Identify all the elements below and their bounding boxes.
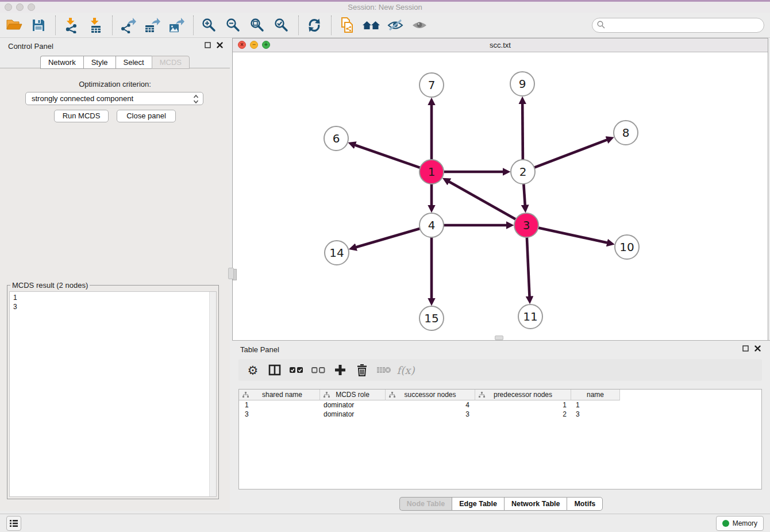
select-all-icon[interactable] <box>289 363 304 377</box>
svg-text:8: 8 <box>622 126 630 140</box>
column-header-successor-nodes[interactable]: successor nodes <box>386 390 475 400</box>
node-8[interactable]: 8 <box>614 121 638 145</box>
node-15[interactable]: 15 <box>419 306 444 330</box>
edge-3-10[interactable] <box>537 228 607 243</box>
cell-predecessor-nodes[interactable]: 2 <box>475 410 571 419</box>
node-1[interactable]: 1 <box>419 160 444 184</box>
memory-button[interactable]: Memory <box>716 516 764 531</box>
tab-edge-table[interactable]: Edge Table <box>452 497 504 511</box>
zoom-in-icon[interactable] <box>199 16 219 35</box>
edge-4-14[interactable] <box>356 228 421 247</box>
float-panel-icon[interactable] <box>205 42 211 48</box>
network-window-title: scc.txt <box>233 41 768 49</box>
tab-motifs[interactable]: Motifs <box>567 497 603 511</box>
column-header-mcds-role[interactable]: MCDS role <box>320 390 386 400</box>
open-session-icon[interactable] <box>5 16 24 35</box>
export-network-icon[interactable] <box>118 16 138 35</box>
refresh-layout-icon[interactable] <box>305 16 324 35</box>
table-row[interactable]: 1 dominator 4 1 1 <box>239 400 761 410</box>
node-3[interactable]: 3 <box>514 213 538 237</box>
node-9[interactable]: 9 <box>510 72 534 96</box>
edge-1-6[interactable] <box>355 145 421 168</box>
network-window-titlebar[interactable]: × – + scc.txt <box>233 38 768 52</box>
zoom-fit-icon[interactable] <box>248 16 267 35</box>
tab-network[interactable]: Network <box>40 56 83 69</box>
table-toolbar: ⚙ f(x) <box>238 359 762 381</box>
edge-2-9[interactable] <box>522 104 523 161</box>
tab-node-table[interactable]: Node Table <box>399 497 452 511</box>
edge-2-8[interactable] <box>533 140 607 168</box>
search-input[interactable] <box>592 18 764 33</box>
mcds-panel: Optimization criterion: strongly connect… <box>0 68 230 511</box>
cell-name[interactable]: 3 <box>571 410 620 419</box>
copy-annotation-icon[interactable] <box>337 16 357 35</box>
table-row[interactable]: 3 dominator 3 2 3 <box>239 410 761 419</box>
tab-network-table[interactable]: Network Table <box>504 497 567 511</box>
node-14[interactable]: 14 <box>325 241 349 265</box>
gear-icon[interactable]: ⚙ <box>245 363 260 377</box>
edge-3-11[interactable] <box>527 236 530 296</box>
tab-mcds[interactable]: MCDS <box>152 56 190 69</box>
show-details-eye-icon[interactable] <box>410 16 429 35</box>
cell-shared-name[interactable]: 3 <box>239 410 320 419</box>
horizontal-splitter-grip[interactable] <box>495 336 503 340</box>
node-7[interactable]: 7 <box>419 73 444 97</box>
column-header-predecessor-nodes[interactable]: predecessor nodes <box>475 390 571 400</box>
cell-mcds-role[interactable]: dominator <box>320 400 386 410</box>
vertical-splitter-grip[interactable] <box>228 268 234 279</box>
cell-name[interactable]: 1 <box>571 400 620 410</box>
optimization-criterion-select[interactable]: strongly connected component <box>25 92 203 105</box>
import-table-icon[interactable] <box>86 16 105 35</box>
cell-mcds-role[interactable]: dominator <box>320 410 386 419</box>
mcds-result-line: 3 <box>10 302 216 311</box>
edge-2-3[interactable] <box>523 183 525 205</box>
close-panel-button[interactable]: Close panel <box>117 110 176 122</box>
mcds-result-legend: MCDS result (2 nodes) <box>10 281 90 290</box>
node-11[interactable]: 11 <box>518 304 542 329</box>
column-header-shared-name[interactable]: shared name <box>239 390 320 400</box>
task-history-button[interactable] <box>6 516 21 531</box>
add-column-icon[interactable] <box>333 363 348 377</box>
node-6[interactable]: 6 <box>324 126 348 151</box>
network-graph: 7968124314101511 <box>233 52 767 340</box>
column-header-name[interactable]: name <box>571 390 620 400</box>
close-table-panel-icon[interactable] <box>754 345 761 352</box>
delete-table-icon[interactable] <box>376 363 391 377</box>
memory-label: Memory <box>733 519 757 527</box>
node-4[interactable]: 4 <box>419 213 444 237</box>
node-10[interactable]: 10 <box>615 235 639 259</box>
cell-successor-nodes[interactable]: 4 <box>386 400 475 410</box>
zoom-out-icon[interactable] <box>224 16 243 35</box>
result-scrollbar[interactable] <box>209 292 216 496</box>
zoom-selected-icon[interactable] <box>272 16 291 35</box>
cell-successor-nodes[interactable]: 3 <box>386 410 475 419</box>
node-2[interactable]: 2 <box>511 160 535 184</box>
import-network-icon[interactable] <box>61 16 81 35</box>
function-builder-icon[interactable]: f(x) <box>398 363 413 377</box>
home-icon[interactable] <box>361 16 381 35</box>
save-session-icon[interactable] <box>29 16 48 35</box>
cell-predecessor-nodes[interactable]: 1 <box>475 400 571 410</box>
svg-text:2: 2 <box>519 165 527 179</box>
close-panel-icon[interactable] <box>217 42 223 48</box>
mcds-result-area[interactable]: 1 3 <box>9 291 217 497</box>
hide-details-eye-icon[interactable] <box>386 16 405 35</box>
svg-text:9: 9 <box>519 77 526 91</box>
network-canvas[interactable]: 7968124314101511 <box>233 52 768 340</box>
search-box <box>592 18 764 33</box>
export-table-icon[interactable] <box>143 16 162 35</box>
edge-3-1[interactable] <box>449 182 517 220</box>
run-mcds-button[interactable]: Run MCDS <box>54 110 109 122</box>
tab-select[interactable]: Select <box>116 56 152 69</box>
delete-column-icon[interactable] <box>355 363 369 377</box>
cell-shared-name[interactable]: 1 <box>239 400 320 410</box>
svg-text:4: 4 <box>428 218 436 232</box>
tab-style[interactable]: Style <box>83 56 116 69</box>
deselect-all-icon[interactable] <box>311 363 326 377</box>
split-panel-icon[interactable] <box>267 363 282 377</box>
control-panel: Control Panel Network Style Select MCDS … <box>0 38 230 510</box>
network-view-window: × – + scc.txt 7968124314101511 <box>232 38 768 340</box>
control-panel-tabs: Network Style Select MCDS <box>0 56 230 69</box>
float-table-panel-icon[interactable] <box>742 345 749 352</box>
export-image-icon[interactable] <box>167 16 186 35</box>
